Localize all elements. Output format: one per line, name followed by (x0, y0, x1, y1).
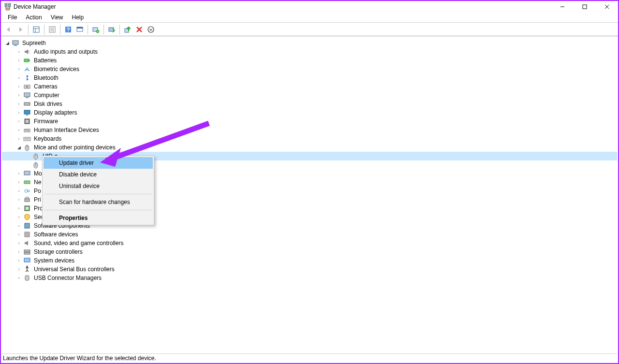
tree-category-label: Software devices (33, 231, 79, 238)
tb-action-icon[interactable] (74, 24, 86, 35)
maximize-button[interactable] (574, 1, 596, 12)
tree-category[interactable]: ›Cameras (2, 82, 617, 91)
chevron-down-icon[interactable]: ◢ (4, 40, 11, 46)
svg-rect-54 (25, 199, 29, 202)
tb-forward[interactable] (15, 24, 26, 35)
chevron-right-icon[interactable]: › (15, 275, 22, 281)
svg-rect-57 (26, 207, 29, 210)
svg-rect-55 (26, 197, 29, 199)
chevron-right-icon[interactable]: › (15, 222, 22, 229)
svg-rect-39 (26, 120, 29, 123)
tb-help-icon[interactable]: ? (62, 24, 74, 35)
svg-text:?: ? (67, 27, 70, 32)
tb-enable-icon[interactable] (145, 24, 157, 35)
menu-action[interactable]: Action (22, 13, 45, 22)
ctx-update-driver[interactable]: Update driver (44, 157, 153, 169)
tree-root-label: Supreeth (21, 39, 47, 47)
tree-category-label: Mo (33, 170, 43, 177)
app-icon (4, 3, 12, 11)
tree-root[interactable]: ◢ Supreeth (2, 39, 617, 47)
tree-category[interactable]: ›Audio inputs and outputs (2, 47, 617, 56)
tree-category[interactable]: ›Storage controllers (2, 248, 617, 256)
svg-point-53 (28, 190, 29, 192)
chevron-right-icon[interactable]: › (15, 196, 22, 203)
menu-view[interactable]: View (47, 13, 67, 22)
svg-point-21 (96, 30, 99, 33)
tree-category[interactable]: ›Bluetooth (2, 73, 617, 82)
chevron-right-icon[interactable]: › (15, 101, 22, 107)
computer-icon (12, 39, 19, 47)
close-button[interactable] (596, 1, 618, 12)
svg-rect-9 (33, 27, 39, 32)
category-icon (23, 204, 31, 212)
ctx-disable-device[interactable]: Disable device (44, 169, 153, 180)
chevron-right-icon[interactable]: › (15, 257, 22, 264)
tree-category[interactable]: ›Human Interface Devices (2, 126, 617, 134)
chevron-right-icon[interactable]: › (15, 118, 22, 125)
category-icon (23, 57, 31, 64)
tb-show-hide[interactable] (30, 24, 42, 35)
tree-category-label: Sound, video and game controllers (33, 239, 124, 247)
tree-category-label: USB Connector Managers (33, 274, 103, 282)
tree-category[interactable]: ›Keyboards (2, 134, 617, 143)
svg-point-24 (148, 27, 154, 32)
tree-category[interactable]: ›USB Connector Managers (2, 274, 617, 282)
menu-file[interactable]: File (4, 13, 21, 22)
chevron-right-icon[interactable]: › (15, 214, 22, 220)
tree-category[interactable]: ›Batteries (2, 56, 617, 65)
tree-category[interactable]: ›Firmware (2, 117, 617, 126)
tb-properties-icon[interactable] (46, 24, 58, 35)
chevron-right-icon[interactable]: › (15, 188, 22, 194)
tb-back[interactable] (3, 24, 15, 35)
chevron-right-icon[interactable]: › (15, 92, 22, 99)
ctx-properties[interactable]: Properties (44, 212, 153, 224)
menu-help[interactable]: Help (68, 13, 88, 22)
tb-scan-hardware-icon[interactable] (90, 24, 102, 35)
chevron-right-icon[interactable]: › (15, 231, 22, 238)
ctx-uninstall-device[interactable]: Uninstall device (44, 180, 153, 192)
chevron-right-icon[interactable]: › (15, 170, 22, 177)
chevron-right-icon[interactable]: › (15, 57, 22, 64)
tree-category[interactable]: ◢Mice and other pointing devices (2, 143, 617, 152)
tree-category[interactable]: ›System devices (2, 256, 617, 265)
ctx-scan-hardware[interactable]: Scan for hardware changes (44, 196, 153, 208)
chevron-right-icon[interactable]: › (15, 74, 22, 81)
svg-rect-27 (24, 59, 29, 62)
svg-rect-62 (24, 252, 30, 254)
category-icon (23, 83, 31, 90)
tree-category[interactable]: ›Sound, video and game controllers (2, 239, 617, 248)
svg-rect-58 (25, 223, 29, 228)
tb-disable-icon[interactable] (133, 24, 145, 35)
category-icon (23, 135, 31, 143)
minimize-button[interactable] (551, 1, 574, 12)
chevron-right-icon[interactable]: › (15, 66, 22, 73)
tree-category-label: Ne (33, 178, 42, 186)
chevron-right-icon[interactable]: › (15, 179, 22, 186)
category-icon (23, 65, 31, 73)
chevron-right-icon[interactable]: › (15, 127, 22, 133)
tree-category[interactable]: ›Universal Serial Bus controllers (2, 265, 617, 274)
tree-category[interactable]: ›Biometric devices (2, 65, 617, 73)
tree-category-label: Cameras (33, 83, 59, 90)
tree-category-label: Computer (33, 91, 60, 99)
tree-category-label: Universal Serial Bus controllers (33, 265, 116, 273)
tb-update-driver-icon[interactable] (106, 24, 118, 35)
chevron-right-icon[interactable]: › (15, 83, 22, 90)
svg-rect-37 (26, 115, 28, 116)
tree-category[interactable]: ›Display adapters (2, 108, 617, 117)
chevron-right-icon[interactable]: › (15, 48, 22, 55)
chevron-right-icon[interactable]: › (15, 266, 22, 273)
svg-point-31 (26, 86, 28, 88)
tree-category[interactable]: ›Computer (2, 91, 617, 100)
titlebar: Device Manager (1, 1, 618, 12)
chevron-right-icon[interactable]: › (15, 135, 22, 142)
chevron-right-icon[interactable]: › (15, 240, 22, 247)
category-icon (23, 222, 31, 230)
tree-category[interactable]: ›Disk drives (2, 100, 617, 108)
chevron-right-icon[interactable]: › (15, 109, 22, 116)
chevron-down-icon[interactable]: ◢ (15, 144, 22, 151)
chevron-right-icon[interactable]: › (15, 205, 22, 212)
tb-uninstall-icon[interactable] (122, 24, 133, 35)
tree-category[interactable]: ›Software devices (2, 230, 617, 239)
chevron-right-icon[interactable]: › (15, 248, 22, 255)
